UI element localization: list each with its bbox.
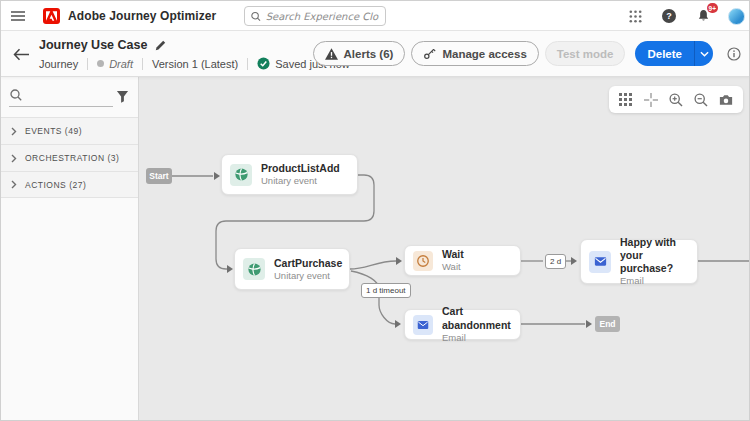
divider bbox=[247, 58, 248, 70]
chevron-down-icon bbox=[700, 51, 709, 57]
back-arrow-icon[interactable] bbox=[13, 47, 31, 61]
manage-access-button[interactable]: Manage access bbox=[411, 41, 538, 66]
palette-search-input[interactable] bbox=[9, 85, 113, 107]
node-title: Cart abandonment bbox=[442, 305, 512, 331]
node-title: Happy with your purchase? bbox=[620, 236, 689, 275]
info-icon[interactable] bbox=[727, 47, 741, 61]
status-label: Draft bbox=[109, 58, 133, 70]
wait-duration-edge-label: 2 d bbox=[545, 254, 566, 269]
alerts-button[interactable]: Alerts (6) bbox=[313, 41, 406, 66]
delete-split-button: Delete bbox=[635, 41, 713, 66]
app-brand: Adobe Journey Optimizer bbox=[43, 8, 216, 24]
notification-badge: 9+ bbox=[707, 3, 718, 13]
status-badge: Draft bbox=[97, 58, 133, 70]
email-icon bbox=[589, 251, 611, 273]
sidebar-section-actions[interactable]: ACTIONS (27) bbox=[1, 171, 138, 198]
node-title: CartPurchase bbox=[274, 257, 342, 270]
center-view-icon[interactable] bbox=[641, 90, 661, 110]
end-node: End bbox=[595, 316, 620, 332]
node-cart-purchase[interactable]: CartPurchase Unitary event bbox=[234, 248, 350, 290]
top-navigation-bar: Adobe Journey Optimizer ? 9+ bbox=[1, 1, 750, 31]
chevron-right-icon bbox=[11, 154, 17, 163]
saved-check-icon bbox=[257, 57, 270, 70]
warning-triangle-icon bbox=[325, 48, 338, 60]
node-subtitle: Email bbox=[442, 332, 512, 344]
sidebar-section-events[interactable]: EVENTS (49) bbox=[1, 117, 138, 144]
bell-icon[interactable]: 9+ bbox=[694, 7, 712, 25]
delete-button[interactable]: Delete bbox=[635, 41, 694, 66]
topbar-actions: ? 9+ bbox=[626, 1, 745, 31]
canvas-toolbar bbox=[609, 86, 743, 113]
grid-view-icon[interactable] bbox=[616, 90, 636, 110]
palette-sidebar: EVENTS (49) ORCHESTRATION (3) ACTIONS (2… bbox=[1, 77, 139, 421]
node-subtitle: Unitary event bbox=[274, 270, 342, 282]
node-happy-with-purchase[interactable]: Happy with your purchase? Email bbox=[580, 239, 698, 284]
status-dot bbox=[97, 60, 104, 67]
node-subtitle: Wait bbox=[442, 261, 464, 273]
global-search[interactable] bbox=[244, 6, 386, 26]
node-title: Wait bbox=[442, 248, 464, 261]
help-icon[interactable]: ? bbox=[660, 7, 678, 25]
page-title: Journey Use Case bbox=[39, 38, 147, 52]
app-title: Adobe Journey Optimizer bbox=[68, 9, 216, 23]
sidebar-section-orchestration[interactable]: ORCHESTRATION (3) bbox=[1, 144, 138, 171]
menu-icon[interactable] bbox=[1, 1, 35, 31]
node-cart-abandonment[interactable]: Cart abandonment Email bbox=[404, 309, 521, 340]
chevron-right-icon bbox=[11, 127, 17, 136]
search-icon bbox=[251, 11, 261, 22]
version-label: Version 1 (Latest) bbox=[152, 58, 238, 70]
snapshot-icon[interactable] bbox=[716, 90, 736, 110]
zoom-in-icon[interactable] bbox=[666, 90, 686, 110]
app-switcher-icon[interactable] bbox=[626, 7, 644, 25]
clock-icon bbox=[413, 251, 433, 271]
timeout-edge-label: 1 d timeout bbox=[361, 283, 411, 298]
chevron-right-icon bbox=[11, 180, 17, 189]
divider bbox=[87, 58, 88, 70]
search-input[interactable] bbox=[266, 11, 379, 22]
object-type-label: Journey bbox=[39, 58, 78, 70]
start-node: Start bbox=[146, 168, 172, 184]
node-wait[interactable]: Wait Wait bbox=[404, 245, 521, 276]
adobe-journey-optimizer-window: Adobe Journey Optimizer ? 9+ Journey Use… bbox=[0, 0, 750, 421]
node-subtitle: Unitary event bbox=[261, 175, 340, 187]
node-product-list-add[interactable]: ProductListAdd Unitary event bbox=[221, 154, 358, 195]
email-icon bbox=[413, 315, 433, 335]
key-icon bbox=[423, 47, 436, 60]
delete-more-button[interactable] bbox=[694, 41, 713, 66]
journey-header: Journey Use Case Journey Draft Version 1… bbox=[1, 31, 750, 77]
avatar[interactable] bbox=[728, 8, 745, 25]
node-title: ProductListAdd bbox=[261, 162, 340, 175]
filter-funnel-icon[interactable] bbox=[114, 88, 130, 104]
globe-event-icon bbox=[243, 258, 265, 280]
journey-canvas[interactable]: Start ProductListAdd Unitary event CartP… bbox=[139, 77, 750, 421]
test-mode-button[interactable]: Test mode bbox=[545, 41, 626, 66]
zoom-out-icon[interactable] bbox=[691, 90, 711, 110]
divider bbox=[142, 58, 143, 70]
globe-event-icon bbox=[230, 164, 252, 186]
adobe-logo bbox=[43, 8, 60, 24]
edit-pencil-icon[interactable] bbox=[155, 40, 166, 51]
node-subtitle: Email bbox=[620, 275, 689, 287]
